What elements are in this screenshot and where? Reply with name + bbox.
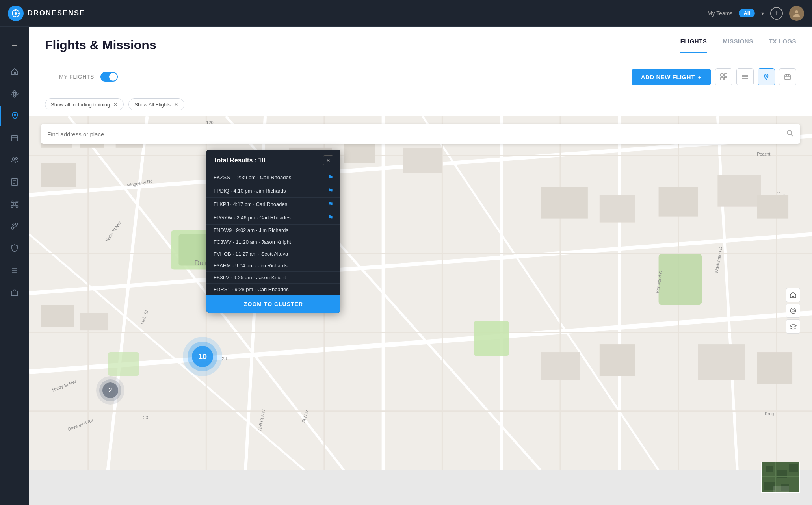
avatar[interactable] [789,6,804,21]
popup-flight-row[interactable]: FKZSS · 12:39 pm · Carl Rhoades ⚑ [206,171,340,184]
filter-tag-training[interactable]: Show all including training ✕ [45,98,124,110]
popup-flight-info: FC3WV · 11:20 am · Jason Knight [214,239,333,245]
map-locate-button[interactable] [786,304,800,318]
svg-text:Peacht: Peacht [757,152,770,156]
popup-flight-row[interactable]: FVHOB · 11:27 am · Scott Altuva [206,248,340,260]
popup-flight-row[interactable]: F3AHM · 9:04 am · Jim Richards [206,260,340,272]
map-view-button[interactable] [758,68,775,85]
sidebar-item-list[interactable] [4,260,25,280]
filter-icon[interactable] [45,72,53,82]
popup-flight-row[interactable]: FDRS1 · 9:28 pm · Carl Rhoades [206,284,340,295]
popup-flight-row[interactable]: FPGYW · 2:46 pm · Carl Rhoades ⚑ [206,211,340,225]
sidebar-item-users[interactable] [4,150,25,170]
svg-point-115 [792,310,794,312]
search-icon[interactable] [786,129,794,139]
svg-rect-40 [724,77,727,80]
svg-text:23: 23 [143,415,148,420]
map-search-input[interactable] [47,131,782,137]
popup-flight-info: F3AHM · 9:04 am · Jim Richards [214,263,333,269]
sidebar-item-home[interactable] [4,61,25,82]
add-nav-button[interactable]: + [770,7,783,20]
svg-point-1 [15,12,17,15]
tab-txlogs[interactable]: TX LOGS [769,38,796,53]
cluster-marker-10[interactable]: 10 [183,337,222,376]
top-nav: DRONESENSE My Teams All ▾ + [0,0,812,27]
cluster-marker-2[interactable]: 2 [96,376,124,405]
content-header: Flights & Missions FLIGHTS MISSIONS TX L… [29,27,812,61]
my-flights-toggle[interactable] [100,72,118,82]
svg-rect-92 [757,195,788,219]
svg-rect-78 [108,352,139,376]
popup-flight-info: FDRS1 · 9:28 pm · Carl Rhoades [214,286,333,292]
filter-tag-training-label: Show all including training [51,102,110,108]
sidebar-item-shield[interactable] [4,238,25,258]
teams-badge[interactable]: All [739,9,755,17]
cluster-2-count: 2 [109,387,112,394]
toolbar-right: ADD NEW FLIGHT + [632,68,796,85]
popup-flight-row[interactable]: FLKPJ · 4:17 pm · Carl Rhoades ⚑ [206,198,340,211]
svg-rect-87 [80,313,108,330]
filter-tag-training-close[interactable]: ✕ [113,101,118,108]
svg-rect-95 [698,344,745,380]
tab-missions[interactable]: MISSIONS [723,38,753,53]
zoom-to-cluster-button[interactable]: ZOOM TO CLUSTER [206,295,340,313]
popup-title: Total Results : 10 [214,157,265,164]
chevron-down-icon[interactable]: ▾ [761,10,764,17]
svg-point-13 [15,158,17,160]
content-header-top: Flights & Missions FLIGHTS MISSIONS TX L… [45,38,796,53]
map-area[interactable]: Duluth Ridgeway Rd Main St Hardy St NW D… [29,116,812,505]
filter-tag-all-flights[interactable]: Show All Flights ✕ [128,98,184,110]
add-new-flight-button[interactable]: ADD NEW FLIGHT + [632,69,711,85]
sidebar: ☰ [0,27,29,505]
popup-flight-info: FPGYW · 2:46 pm · Carl Rhoades [214,215,325,221]
svg-rect-123 [777,470,787,478]
sidebar-item-briefcase[interactable] [4,282,25,303]
svg-text:23: 23 [222,356,227,361]
add-flight-label: ADD NEW FLIGHT [641,74,695,80]
sidebar-item-missions[interactable] [4,128,25,148]
svg-point-7 [13,93,16,95]
svg-point-44 [766,75,767,77]
flag-icon: ⚑ [328,214,333,221]
map-layers-button[interactable] [786,319,800,334]
popup-flight-row[interactable]: FNDW9 · 9:02 am · Jim Richards [206,225,340,236]
svg-text:11...: 11... [777,191,785,196]
svg-rect-93 [541,352,580,380]
sidebar-item-menu[interactable]: ☰ [4,33,25,54]
svg-rect-11 [11,136,18,141]
popup-flight-row[interactable]: FC3WV · 11:20 am · Jason Knight [206,236,340,248]
toolbar: MY FLIGHTS ADD NEW FLIGHT + [29,61,812,93]
svg-rect-76 [474,321,509,356]
popup-flight-row[interactable]: FK86V · 9:25 am · Jason Knight [206,272,340,284]
popup-close-button[interactable]: ✕ [323,155,333,165]
sidebar-item-orbit[interactable] [4,84,25,104]
flag-icon: ⚑ [328,187,333,195]
svg-rect-94 [600,344,635,376]
svg-rect-124 [789,464,798,472]
map-search-bar [41,124,800,144]
svg-rect-122 [766,466,773,472]
toggle-knob [109,73,117,81]
page-title: Flights & Missions [45,38,156,52]
list-view-button[interactable] [736,68,754,85]
flag-icon: ⚑ [328,201,333,208]
filter-tag-all-flights-label: Show All Flights [134,102,171,108]
tab-flights[interactable]: FLIGHTS [680,38,707,53]
filter-tag-all-flights-close[interactable]: ✕ [174,101,178,108]
popup-flight-info: FKZSS · 12:39 pm · Carl Rhoades [214,175,325,180]
grid-view-button[interactable] [715,68,732,85]
toolbar-left: MY FLIGHTS [45,72,118,82]
svg-point-20 [11,206,13,208]
sidebar-item-drone[interactable] [4,194,25,214]
nav-right: My Teams All ▾ + [708,6,804,21]
svg-rect-96 [757,352,792,384]
my-teams-label: My Teams [708,10,733,17]
map-home-button[interactable] [786,288,800,302]
svg-point-27 [15,223,18,225]
popup-flight-row[interactable]: FPDIQ · 4:10 pm · Jim Richards ⚑ [206,184,340,198]
sidebar-item-tools[interactable] [4,216,25,236]
sidebar-item-map[interactable] [0,106,29,126]
svg-point-19 [16,201,18,203]
calendar-view-button[interactable] [779,68,796,85]
sidebar-item-reports[interactable] [4,172,25,192]
